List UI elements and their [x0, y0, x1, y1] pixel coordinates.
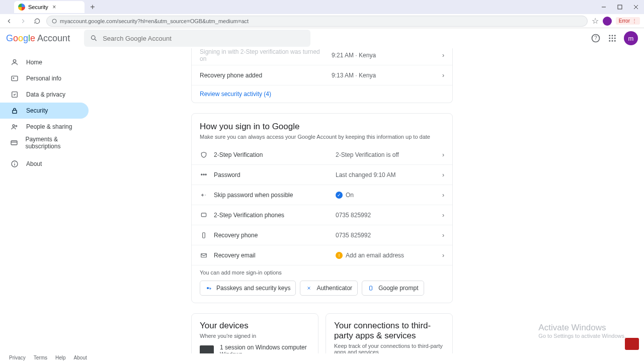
tab-favicon — [18, 4, 25, 11]
lock-icon — [10, 107, 19, 115]
svg-rect-22 — [13, 110, 17, 113]
sidebar-item-personal-info[interactable]: Personal info — [0, 70, 89, 86]
skip-password-icon — [200, 192, 208, 199]
svg-line-6 — [95, 39, 97, 41]
chip-google-prompt[interactable]: Google prompt — [362, 281, 424, 296]
more-options-note: You can add more sign-in options — [192, 265, 452, 281]
activity-row[interactable]: Signing in with 2-Step verification was … — [192, 48, 452, 65]
error-pill[interactable]: Error ⋮ — [616, 17, 640, 25]
windows-activation-watermark: Activate Windows Go to Settings to activ… — [538, 323, 626, 339]
back-button[interactable] — [4, 16, 14, 26]
activity-meta: 9:21 AM · Kenya — [332, 52, 436, 59]
svg-point-11 — [614, 35, 616, 36]
chevron-right-icon: › — [442, 192, 444, 199]
maximize-button[interactable] — [612, 0, 628, 14]
url-field[interactable]: myaccount.google.com/security?hl=en&utm_… — [46, 16, 588, 27]
chip-authenticator[interactable]: Authenticator — [300, 281, 358, 296]
sidebar-item-security[interactable]: Security — [0, 103, 89, 119]
svg-point-13 — [612, 38, 613, 39]
search-input[interactable] — [103, 35, 304, 42]
apps-icon[interactable] — [608, 34, 617, 43]
signin-row-status: Last changed 9:10 AM — [336, 171, 436, 178]
session-os: Windows — [220, 351, 307, 353]
chevron-right-icon: › — [442, 151, 444, 158]
signin-row-skip-password[interactable]: Skip password when possible ✓On › — [192, 185, 452, 205]
info-card-icon — [10, 74, 19, 82]
tab-title: Security — [28, 4, 48, 10]
svg-point-24 — [16, 125, 17, 127]
connections-card: Your connections to third-party apps & s… — [326, 313, 453, 353]
sidebar-item-label: People & sharing — [26, 123, 72, 130]
devices-title: Your devices — [200, 321, 310, 331]
search-box[interactable] — [84, 30, 310, 47]
shield-icon — [200, 151, 208, 158]
svg-rect-25 — [11, 141, 17, 145]
chip-passkeys[interactable]: Passkeys and security keys — [200, 281, 296, 296]
main-content[interactable]: Signing in with 2-Step verification was … — [96, 48, 644, 353]
site-info-icon — [52, 19, 57, 24]
svg-point-15 — [609, 40, 610, 42]
signin-card: How you sign in to Google Make sure you … — [191, 113, 453, 303]
signin-row-2sv[interactable]: 2-Step Verification 2-Step Verification … — [192, 145, 452, 165]
reload-button[interactable] — [32, 16, 42, 26]
svg-point-14 — [614, 38, 616, 39]
signin-row-label: Password — [214, 171, 330, 178]
browser-profile-icon[interactable] — [603, 17, 612, 26]
signin-row-2sv-phones[interactable]: 2-Step Verification phones 0735 825992 › — [192, 205, 452, 225]
footer: Privacy Terms Help About — [0, 353, 151, 362]
activity-meta: 9:13 AM · Kenya — [332, 72, 436, 79]
footer-help-link[interactable]: Help — [55, 355, 66, 360]
minimize-button[interactable] — [596, 0, 612, 14]
sidebar-item-label: Personal info — [26, 75, 61, 82]
devices-card: Your devices Where you're signed in 1 se… — [191, 313, 318, 353]
sidebar-item-payments[interactable]: Payments & subscriptions — [0, 135, 89, 151]
signin-row-status: 0735 825992 — [336, 212, 436, 219]
sidebar-item-data-privacy[interactable]: Data & privacy — [0, 86, 89, 103]
close-tab-icon[interactable]: × — [51, 4, 57, 10]
footer-about-link[interactable]: About — [74, 355, 87, 360]
home-icon — [10, 58, 19, 66]
signin-row-password[interactable]: ••• Password Last changed 9:10 AM › — [192, 165, 452, 185]
footer-terms-link[interactable]: Terms — [34, 355, 47, 360]
svg-text:?: ? — [594, 35, 597, 41]
signin-row-status: 0735 825992 — [336, 232, 436, 239]
close-window-button[interactable] — [628, 0, 644, 14]
signin-row-label: Skip password when possible — [214, 192, 330, 199]
section-title: How you sign in to Google — [192, 114, 452, 134]
svg-point-23 — [13, 125, 15, 127]
new-tab-button[interactable]: + — [88, 2, 98, 12]
signin-row-status: ✓On — [336, 192, 436, 199]
sidebar-item-about[interactable]: About — [0, 156, 89, 172]
svg-rect-34 — [370, 286, 372, 290]
signin-row-label: Recovery email — [214, 252, 330, 259]
svg-point-29 — [14, 162, 15, 163]
account-avatar[interactable]: m — [624, 31, 638, 45]
review-activity-link[interactable]: Review security activity (4) — [192, 85, 452, 103]
forward-button[interactable] — [18, 16, 28, 26]
help-icon[interactable]: ? — [591, 33, 601, 43]
activity-text: Recovery phone added — [200, 72, 326, 79]
footer-privacy-link[interactable]: Privacy — [9, 355, 26, 360]
browser-tab[interactable]: Security × — [14, 1, 85, 13]
svg-rect-30 — [201, 213, 206, 216]
sidebar: Home Personal info Data & privacy Securi… — [0, 48, 96, 353]
check-badge-icon: ✓ — [336, 192, 343, 199]
card-icon — [10, 139, 18, 147]
sidebar-item-home[interactable]: Home — [0, 54, 89, 70]
chip-label: Google prompt — [378, 285, 418, 292]
tray-app-icon[interactable] — [625, 338, 639, 350]
signin-row-recovery-phone[interactable]: Recovery phone 0735 825992 › — [192, 225, 452, 245]
device-session-row: 1 session on Windows computer Windows — [200, 344, 310, 353]
bookmark-icon[interactable]: ☆ — [592, 16, 599, 26]
signin-row-recovery-email[interactable]: Recovery email !Add an email address › — [192, 245, 452, 265]
activity-row[interactable]: Recovery phone added 9:13 AM · Kenya › — [192, 65, 452, 85]
svg-point-10 — [612, 35, 613, 36]
svg-point-16 — [612, 40, 613, 42]
activity-text: Signing in with 2-Step verification was … — [200, 48, 326, 62]
signin-row-status: 2-Step Verification is off — [336, 151, 436, 158]
signin-chips: Passkeys and security keys Authenticator… — [192, 281, 452, 303]
authenticator-icon — [305, 285, 312, 292]
sidebar-item-label: About — [26, 160, 42, 167]
sidebar-item-people-sharing[interactable]: People & sharing — [0, 119, 89, 135]
section-subtitle: Make sure you can always access your Goo… — [192, 134, 452, 145]
